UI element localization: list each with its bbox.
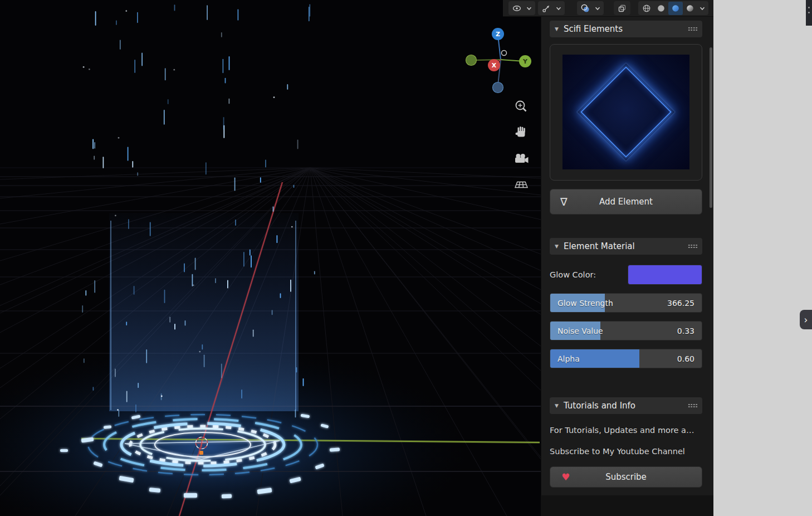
solid-shading-icon[interactable]: [654, 2, 668, 15]
show-overlays-chevron-icon[interactable]: [593, 2, 603, 15]
element-preview-image[interactable]: [562, 55, 689, 169]
panel-header-scifi-elements[interactable]: ▼ Scifi Elements: [550, 21, 702, 37]
panel-grip-icon[interactable]: [688, 27, 697, 31]
shading-chevron-icon[interactable]: [697, 2, 707, 15]
panel-header-tutorials-info[interactable]: ▼ Tutorials and Info: [550, 397, 702, 414]
show-overlays-group: [577, 1, 604, 15]
collapse-triangle-icon[interactable]: ▼: [555, 244, 559, 249]
gizmo-axis-z-negative[interactable]: [493, 82, 503, 93]
svg-text:X: X: [492, 62, 497, 69]
show-gizmos-icon[interactable]: [539, 2, 554, 15]
viewport-header: [503, 0, 713, 17]
preview-diamond: [580, 66, 672, 158]
tutorials-info-line-2: Subscribe to My Youtube Channel: [550, 445, 702, 457]
panel-grip-icon[interactable]: [688, 244, 697, 249]
show-overlays-icon[interactable]: [578, 2, 593, 15]
rendered-shading-icon[interactable]: [683, 2, 697, 15]
gizmo-axis-y-negative[interactable]: [466, 55, 477, 66]
gizmo-axis-z[interactable]: Z: [492, 28, 504, 40]
alpha-slider[interactable]: Alpha 0.60: [550, 349, 702, 368]
gizmo-axis-y[interactable]: Y: [519, 55, 531, 67]
scrollbar-grip-dots: [808, 7, 810, 8]
subscribe-button[interactable]: ♥ Subscribe: [550, 466, 702, 488]
sidebar-scrollbar[interactable]: [710, 47, 712, 208]
tutorials-info-line-1: For Tutorials, Updates and more a…: [550, 424, 702, 436]
slider-value: 0.60: [677, 354, 694, 363]
collapse-triangle-icon[interactable]: ▼: [555, 26, 559, 32]
window-scrollbar-fragment[interactable]: [806, 0, 812, 26]
object-visibility-group: [508, 1, 535, 15]
element-preview-frame: [550, 44, 702, 181]
noise-value-slider[interactable]: Noise Value 0.33: [550, 321, 702, 340]
panel-grip-icon[interactable]: [688, 403, 697, 408]
heart-icon: ♥: [561, 473, 570, 482]
slider-value: 0.33: [677, 327, 694, 335]
material-preview-shading-icon[interactable]: [668, 2, 683, 15]
slider-value: 366.25: [667, 299, 694, 308]
hologram-beam[interactable]: [109, 213, 299, 411]
outside-area: ›: [713, 0, 812, 516]
subscribe-label: Subscribe: [605, 472, 647, 482]
show-gizmos-group: [538, 1, 565, 15]
panel-header-element-material[interactable]: ▼ Element Material: [550, 238, 702, 255]
slider-label: Noise Value: [557, 327, 603, 335]
wireframe-shading-icon[interactable]: [639, 2, 654, 15]
shading-mode-group: [638, 1, 708, 15]
nabla-icon: ∇: [560, 197, 568, 207]
panel-title: Scifi Elements: [564, 24, 623, 34]
collapse-triangle-icon[interactable]: ▼: [555, 403, 559, 408]
chevron-right-icon: ›: [804, 314, 808, 325]
gizmo-axis-x[interactable]: X: [488, 59, 500, 71]
sidebar-bottom-strip: [541, 495, 713, 516]
panel-title: Element Material: [564, 241, 635, 251]
svg-text:Z: Z: [496, 31, 500, 38]
toggle-xray-icon[interactable]: [615, 2, 629, 15]
object-origin-dot: [199, 451, 203, 455]
glow-color-label: Glow Color:: [550, 270, 596, 279]
slider-label: Glow Strength: [557, 299, 613, 308]
toggle-xray-group: [614, 1, 630, 15]
show-gizmos-chevron-icon[interactable]: [554, 2, 564, 15]
glow-strength-slider[interactable]: Glow Strength 366.25: [550, 293, 702, 313]
add-element-label: Add Element: [599, 197, 653, 207]
blender-window: Z Y X: [0, 0, 812, 516]
slider-label: Alpha: [557, 354, 580, 363]
glow-color-swatch[interactable]: [628, 265, 702, 285]
add-element-button[interactable]: ∇ Add Element: [550, 189, 702, 215]
object-visibility-eye-icon[interactable]: [510, 2, 524, 15]
expand-arrow-button[interactable]: ›: [800, 310, 812, 329]
object-visibility-chevron-icon[interactable]: [524, 2, 534, 15]
viewport-3d[interactable]: Z Y X: [0, 0, 541, 516]
svg-text:Y: Y: [522, 58, 528, 65]
panel-title: Tutorials and Info: [564, 401, 635, 411]
sidebar-panel: ▼ Scifi Elements ∇ Add Element ▼ Element…: [541, 17, 713, 495]
